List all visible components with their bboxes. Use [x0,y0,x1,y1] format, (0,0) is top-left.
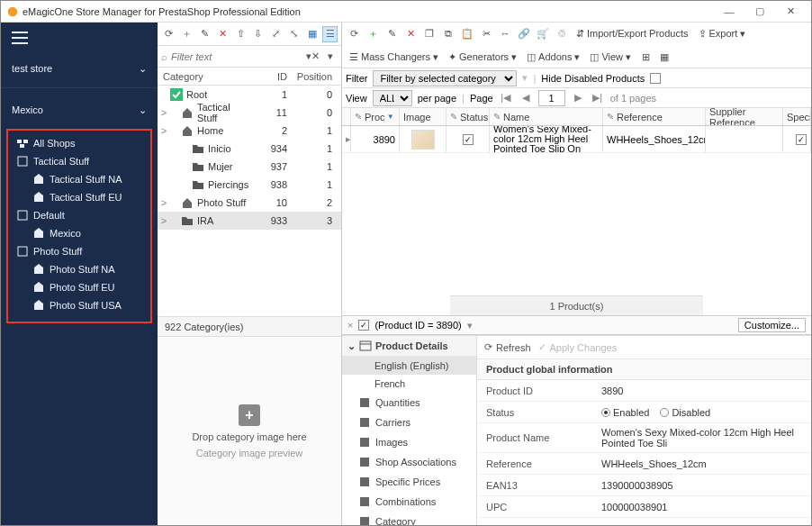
next-page-button[interactable]: ▶ [571,92,585,104]
detail-value[interactable]: 3890 [601,385,623,396]
shop-group[interactable]: Tactical Stuff [8,152,150,170]
shop-group[interactable]: Photo Stuff [8,242,150,260]
detail-value[interactable]: 1390000038905 [601,480,673,491]
recycle-button[interactable]: ♲ [554,25,570,41]
grid-options-button[interactable]: ▦ [656,49,672,65]
category-image-drop[interactable]: + Drop category image here Category imag… [158,336,341,525]
category-row[interactable]: >Photo Stuff102 [158,194,341,212]
cart-button[interactable]: 🛒 [535,25,551,41]
details-tab[interactable]: Images [342,432,476,452]
import-export-button[interactable]: ⇵ Import/Export Products [573,25,692,41]
view-button[interactable]: ◫ View ▾ [586,49,635,65]
expand-button[interactable]: ⤢ [268,26,284,42]
store-selector[interactable]: test store ⌄ [1,53,158,84]
details-tab[interactable]: Specific Prices [342,472,476,492]
addons-button[interactable]: ◫ Addons ▾ [523,49,583,65]
category-row[interactable]: >IRA9333 [158,212,341,230]
apply-changes-button[interactable]: ✓ Apply Changes [538,341,618,353]
expand-icon[interactable]: > [158,197,170,208]
col-id[interactable]: ID [251,71,293,82]
col-name[interactable]: ✎Name [490,108,603,125]
shop-item[interactable]: Photo Stuff EU [8,278,150,296]
filter-apply-button[interactable]: ▾ [323,50,338,64]
cut-button[interactable]: ✂ [478,25,494,41]
filter-clear-button[interactable]: ▾✕ [305,50,320,64]
shop-item[interactable]: Mexico [8,224,150,242]
collapse-button[interactable]: ⤡ [286,26,302,42]
mass-changers-button[interactable]: ☰ Mass Changers ▾ [346,49,442,65]
col-image[interactable]: Image [400,108,447,125]
clone-button[interactable]: ❐ [421,25,438,41]
expand-icon[interactable]: > [158,125,170,136]
perpage-select[interactable]: ALL [373,90,412,106]
shop-item[interactable]: Photo Stuff USA [8,296,150,314]
list-button[interactable]: ☰ [322,26,338,42]
col-position[interactable]: Position [293,71,341,82]
clear-filter-button[interactable]: × [347,320,353,331]
category-row[interactable]: Inicio9341 [158,140,341,158]
link-button[interactable]: 🔗 [516,25,532,41]
refresh-details-button[interactable]: ⟳ Refresh [484,341,531,353]
col-category[interactable]: Category [158,71,251,82]
filter-dropdown[interactable]: ▾ [467,320,473,331]
minimize-button[interactable]: — [714,2,744,22]
edit-button[interactable]: ✎ [383,25,400,41]
category-row[interactable]: >Tactical Stuff110 [158,104,341,122]
prev-page-button[interactable]: ◀ [519,92,533,104]
hide-disabled-checkbox[interactable] [650,73,661,84]
detail-value[interactable]: Women's Sexy Mixed-color 12cm High Heel … [601,427,794,449]
status-checkbox[interactable]: ✓ [463,134,474,145]
movedown-button[interactable]: ⇩ [250,26,266,42]
col-supplier-ref[interactable]: Supplier Reference [706,108,783,125]
shop-item[interactable]: Tactical Stuff NA [8,170,150,188]
language-item[interactable]: French [342,375,476,393]
category-row[interactable]: Mujer9371 [158,158,341,176]
generators-button[interactable]: ✦ Generators ▾ [445,49,520,65]
move-button[interactable]: ↔ [497,25,513,41]
category-row[interactable]: Root10 [158,86,341,104]
copy-button[interactable]: ⧉ [440,25,456,41]
moveup-button[interactable]: ⇧ [233,26,248,42]
details-tab[interactable]: Shop Associations [342,452,476,472]
details-tab[interactable]: Quantities [342,393,476,413]
details-tab[interactable]: Combinations [342,492,476,512]
filter-checkbox[interactable]: ✓ [358,320,369,331]
filter-select[interactable]: Filter by selected category [373,70,517,86]
col-reference[interactable]: ✎Reference [603,108,706,125]
table-row[interactable]: ▸ 3890 ✓ Women's Sexy Mixed-color 12cm H… [342,126,811,153]
expand-icon[interactable]: > [158,107,170,118]
details-tab[interactable]: Category [342,512,476,525]
shop-item[interactable]: Tactical Stuff EU [8,188,150,206]
details-tab[interactable]: Carriers [342,413,476,432]
expand-icon[interactable]: > [158,215,170,226]
maximize-button[interactable]: ▢ [744,2,775,22]
export-button[interactable]: ⇪ Export ▾ [695,25,750,41]
col-specific[interactable]: Specif [783,108,811,125]
delete-button[interactable]: ✕ [215,26,230,42]
filter-input[interactable] [171,51,302,62]
grid-button[interactable]: ▦ [304,26,320,42]
delete-button[interactable]: ✕ [402,25,419,41]
add-button[interactable]: ＋ [179,26,194,42]
add-button[interactable]: ＋ [365,25,381,41]
col-product-id[interactable]: ✎Proc▼ [351,108,400,125]
shop-item[interactable]: Photo Stuff NA [8,260,150,278]
language-item[interactable]: English (English) [342,357,476,375]
page-input[interactable] [538,90,565,106]
last-page-button[interactable]: ▶| [591,92,605,104]
refresh-button[interactable]: ⟳ [161,26,176,42]
status-radio[interactable]: EnabledDisabled [601,407,804,418]
country-selector[interactable]: Mexico ⌄ [1,95,158,125]
specific-checkbox[interactable]: ✓ [796,134,807,145]
category-row[interactable]: >Home21 [158,122,341,140]
details-title[interactable]: ⌄Product Details [342,336,476,357]
col-status[interactable]: ✎Status [447,108,490,125]
shop-all[interactable]: All Shops [8,134,150,152]
shop-group[interactable]: Default [8,206,150,224]
detail-value[interactable]: 100000038901 [601,502,667,512]
close-button[interactable]: ✕ [775,2,806,22]
detail-value[interactable]: WHHeels_Shoes_12cm [601,458,707,469]
first-page-button[interactable]: |◀ [499,92,513,104]
category-row[interactable]: Piercings9381 [158,176,341,194]
paste-button[interactable]: 📋 [459,25,475,41]
